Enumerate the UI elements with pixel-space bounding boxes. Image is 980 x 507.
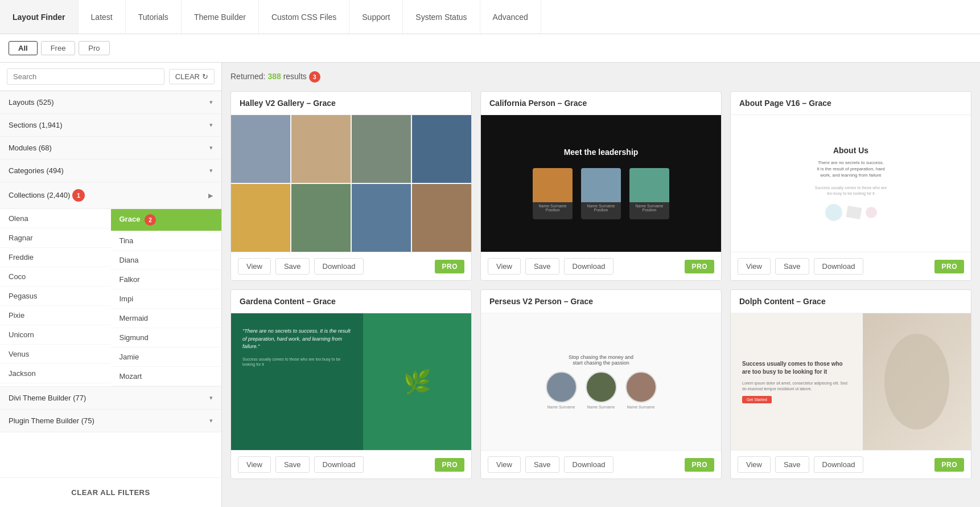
card-dolph-save-button[interactable]: Save xyxy=(775,456,809,473)
card-about-save-button[interactable]: Save xyxy=(775,258,809,275)
halley-cell-4 xyxy=(412,115,471,183)
card-gardena-actions: View Save Download PRO xyxy=(231,450,471,479)
collection-item-jamie[interactable]: Jamie xyxy=(111,347,222,367)
halley-cell-3 xyxy=(352,115,411,183)
perseus-avatar-3: Name Surname xyxy=(625,371,657,409)
collection-item-grace[interactable]: Grace 2 xyxy=(111,209,222,231)
search-input[interactable] xyxy=(7,68,164,85)
collection-item-mozart[interactable]: Mozart xyxy=(111,367,222,386)
filter-list: Layouts (525) ▾ Sections (1,941) ▾ Modul… xyxy=(0,91,221,477)
card-dolph-actions: View Save Download PRO xyxy=(731,450,971,479)
nav-tutorials[interactable]: Tutorials xyxy=(126,0,182,34)
filter-section-divi-theme-header[interactable]: Divi Theme Builder (77) ▾ xyxy=(0,387,221,409)
collections-col-left: Olena Ragnar Freddie Coco Pegasus Pixie … xyxy=(0,209,111,386)
collection-item-falkor[interactable]: Falkor xyxy=(111,270,222,289)
filter-section-layouts: Layouts (525) ▾ xyxy=(0,91,221,114)
card-california: California Person – Grace Meet the leade… xyxy=(480,91,722,281)
card-california-view-button[interactable]: View xyxy=(488,258,521,275)
tab-pro[interactable]: Pro xyxy=(79,41,109,55)
collection-item-diana[interactable]: Diana xyxy=(111,251,222,270)
collection-item-pegasus[interactable]: Pegasus xyxy=(0,287,111,306)
card-halley: Halley V2 Gallery – Grace View xyxy=(230,91,472,281)
card-california-actions: View Save Download PRO xyxy=(481,252,721,280)
california-avatar-3: Name SurnamePosition xyxy=(629,168,669,219)
filter-section-sections-label: Sections (1,941) xyxy=(9,121,63,129)
filter-section-plugin-theme: Plugin Theme Builder (75) ▾ xyxy=(0,410,221,432)
clear-label: CLEAR xyxy=(175,72,200,81)
card-dolph-title: Dolph Content – Grace xyxy=(731,290,971,313)
collection-item-freddie[interactable]: Freddie xyxy=(0,248,111,267)
card-perseus-download-button[interactable]: Download xyxy=(564,456,614,473)
collection-item-unicorn[interactable]: Unicorn xyxy=(0,325,111,345)
card-about-download-button[interactable]: Download xyxy=(814,258,864,275)
filter-section-modules-header[interactable]: Modules (68) ▾ xyxy=(0,137,221,159)
card-about-view-button[interactable]: View xyxy=(738,258,771,275)
collection-item-impi[interactable]: Impi xyxy=(111,289,222,309)
tab-all[interactable]: All xyxy=(9,41,38,55)
filter-section-sections-header[interactable]: Sections (1,941) ▾ xyxy=(0,114,221,136)
card-halley-save-button[interactable]: Save xyxy=(275,258,310,275)
collection-item-coco[interactable]: Coco xyxy=(0,267,111,287)
california-avatar-info-1: Name SurnamePosition xyxy=(537,202,568,214)
perseus-avatar-2: Name Surname xyxy=(586,371,617,409)
main-layout: CLEAR ↻ Layouts (525) ▾ Sections (1,941)… xyxy=(0,63,980,507)
collection-item-sigmund[interactable]: Sigmund xyxy=(111,328,222,347)
clear-search-button[interactable]: CLEAR ↻ xyxy=(169,69,215,84)
about-decorations xyxy=(825,204,877,221)
filter-section-layouts-header[interactable]: Layouts (525) ▾ xyxy=(0,91,221,113)
card-perseus-view-button[interactable]: View xyxy=(488,456,521,473)
collection-item-pixie[interactable]: Pixie xyxy=(0,306,111,325)
filter-section-divi-theme: Divi Theme Builder (77) ▾ xyxy=(0,387,221,410)
card-california-pro-badge: PRO xyxy=(685,260,714,273)
card-gardena-download-button[interactable]: Download xyxy=(314,456,364,473)
card-dolph-view-button[interactable]: View xyxy=(738,456,771,473)
card-california-preview: Meet the leadership Name SurnamePosition… xyxy=(481,115,721,252)
card-about-preview: About Us There are no secrets to success… xyxy=(731,115,971,252)
halley-cell-7 xyxy=(352,184,411,252)
nav-theme-builder[interactable]: Theme Builder xyxy=(182,0,259,34)
card-halley-view-button[interactable]: View xyxy=(238,258,271,275)
tab-free[interactable]: Free xyxy=(41,41,76,55)
filter-section-divi-theme-label: Divi Theme Builder (77) xyxy=(9,394,86,402)
card-halley-download-button[interactable]: Download xyxy=(314,258,364,275)
card-perseus-preview: Stop chasing the money andstart chasing … xyxy=(481,313,721,450)
gardena-image-side: 🌿 xyxy=(363,313,471,450)
nav-layout-finder[interactable]: Layout Finder xyxy=(0,0,79,34)
nav-system-status[interactable]: System Status xyxy=(403,0,480,34)
chevron-down-icon: ▾ xyxy=(209,417,213,424)
collection-item-jackson[interactable]: Jackson xyxy=(0,364,111,383)
card-perseus-save-button[interactable]: Save xyxy=(525,456,559,473)
filter-section-layouts-label: Layouts (525) xyxy=(9,98,54,107)
california-avatar-1: Name SurnamePosition xyxy=(533,168,573,219)
perseus-avatar-1: Name Surname xyxy=(546,371,577,409)
filter-section-plugin-theme-header[interactable]: Plugin Theme Builder (75) ▾ xyxy=(0,410,221,432)
about-sub-text: Success usually comes to those who areto… xyxy=(815,185,887,197)
card-california-save-button[interactable]: Save xyxy=(525,258,559,275)
perseus-title-text: Stop chasing the money andstart chasing … xyxy=(569,354,633,366)
card-gardena-view-button[interactable]: View xyxy=(238,456,271,473)
card-california-title: California Person – Grace xyxy=(481,92,721,115)
nav-latest[interactable]: Latest xyxy=(79,0,126,34)
filter-section-categories-header[interactable]: Categories (494) ▾ xyxy=(0,160,221,182)
chevron-down-icon: ▾ xyxy=(209,394,213,402)
card-dolph-download-button[interactable]: Download xyxy=(814,456,864,473)
collections-col-right: Grace 2 Tina Diana Falkor Impi Mermaid S… xyxy=(111,209,222,386)
perseus-avatar-circle-1 xyxy=(546,371,577,403)
filter-section-categories-label: Categories (494) xyxy=(9,166,64,175)
nav-custom-css[interactable]: Custom CSS Files xyxy=(259,0,349,34)
collection-item-mermaid[interactable]: Mermaid xyxy=(111,309,222,328)
perseus-avatar-circle-2 xyxy=(586,371,617,403)
collection-item-tina[interactable]: Tina xyxy=(111,231,222,251)
collection-item-venus[interactable]: Venus xyxy=(0,345,111,364)
filter-section-sections: Sections (1,941) ▾ xyxy=(0,114,221,137)
clear-all-filters-button[interactable]: CLEAR ALL FILTERS xyxy=(0,477,221,507)
dolph-image-side xyxy=(863,313,971,450)
dolph-image-decoration xyxy=(884,334,949,430)
card-california-download-button[interactable]: Download xyxy=(564,258,614,275)
collection-item-ragnar[interactable]: Ragnar xyxy=(0,228,111,248)
collection-item-olena[interactable]: Olena xyxy=(0,209,111,228)
nav-advanced[interactable]: Advanced xyxy=(480,0,541,34)
nav-support[interactable]: Support xyxy=(349,0,403,34)
filter-section-collections-header[interactable]: Collections (2,440) 1 ▶ xyxy=(0,182,221,209)
card-gardena-save-button[interactable]: Save xyxy=(275,456,310,473)
